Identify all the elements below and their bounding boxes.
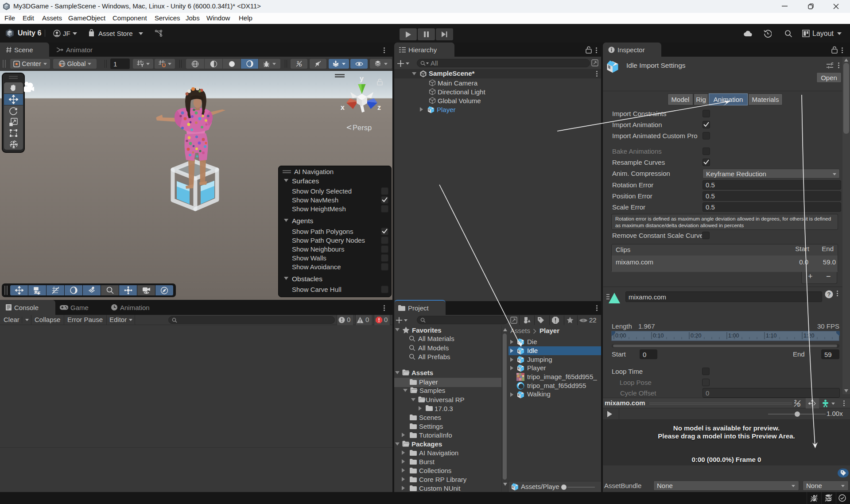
svg-text:y: y — [360, 75, 364, 82]
svg-text:1:20: 1:20 — [803, 333, 814, 339]
svg-text:x: x — [341, 104, 345, 111]
svg-text:D: D — [797, 403, 800, 407]
svg-text:2: 2 — [794, 399, 797, 404]
svg-text:0:20: 0:20 — [691, 333, 701, 339]
svg-text:1:10: 1:10 — [766, 333, 776, 339]
svg-text:0:00: 0:00 — [615, 333, 626, 339]
svg-text:z: z — [377, 104, 381, 111]
svg-text:1:00: 1:00 — [728, 333, 739, 339]
svg-text:D: D — [299, 63, 302, 67]
svg-text:0:10: 0:10 — [653, 333, 664, 339]
svg-text:Persp: Persp — [353, 124, 372, 132]
svg-text:?: ? — [827, 291, 831, 298]
